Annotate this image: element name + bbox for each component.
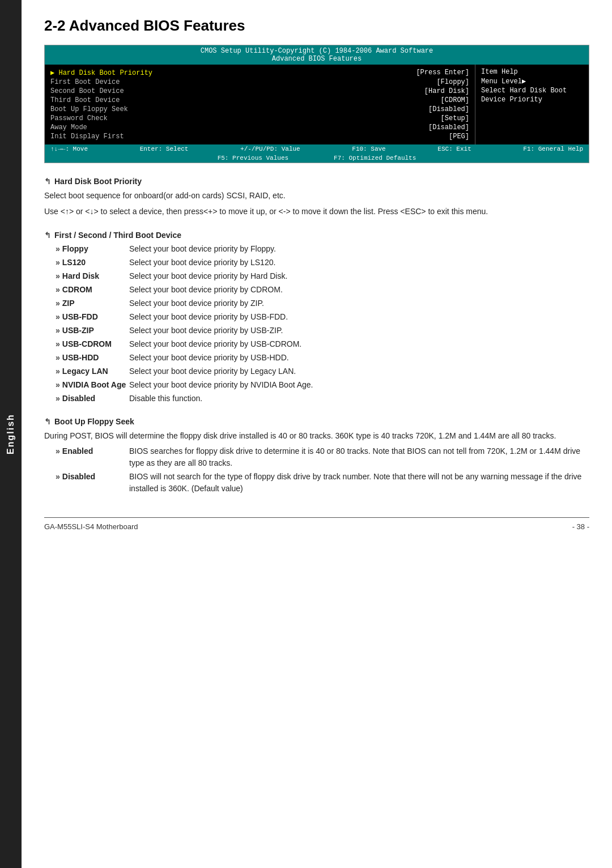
bios-row-value: [Disabled] (428, 105, 469, 113)
bios-row: Away Mode[Disabled] (50, 123, 469, 132)
bios-row-label: Init Display First (50, 133, 124, 141)
item-list: EnabledBIOS searches for floppy disk dri… (56, 445, 589, 495)
list-item: Hard DiskSelect your boot device priorit… (56, 270, 589, 282)
bios-help-line: Item Help (481, 68, 583, 76)
bios-header-line1: CMOS Setup Utility-Copyright (C) 1984-20… (45, 47, 589, 55)
item-list: FloppySelect your boot device priority b… (56, 243, 589, 405)
bios-row-label: First Boot Device (50, 78, 120, 86)
bios-footer-item: Enter: Select (140, 146, 189, 152)
list-item: ZIPSelect your boot device priority by Z… (56, 297, 589, 309)
item-key: USB-CDROM (56, 338, 129, 350)
item-desc: Select your boot device priority by USB-… (129, 325, 589, 337)
bios-row-value: [Disabled] (428, 124, 469, 131)
bios-row: ▶ Hard Disk Boot Priority[Press Enter] (50, 68, 469, 78)
body-paragraph: During POST, BIOS will determine the flo… (44, 429, 589, 442)
bios-body: ▶ Hard Disk Boot Priority[Press Enter] F… (45, 65, 589, 144)
sections-container: Hard Disk Boot PrioritySelect boot seque… (44, 177, 589, 495)
section-heading: Boot Up Floppy Seek (44, 417, 589, 426)
bios-header-line2: Advanced BIOS Features (45, 55, 589, 63)
bios-row: Boot Up Floppy Seek[Disabled] (50, 105, 469, 114)
bios-footer-item: +/-/PU/PD: Value (240, 146, 300, 152)
item-key: Legacy LAN (56, 365, 129, 377)
bios-right-panel: Item HelpMenu Level▶Select Hard Disk Boo… (475, 65, 589, 144)
bios-footer-item: F7: Optimized Defaults (334, 155, 416, 161)
bios-header: CMOS Setup Utility-Copyright (C) 1984-20… (45, 45, 589, 65)
sidebar-label: English (6, 414, 16, 454)
list-item: CDROMSelect your boot device priority by… (56, 284, 589, 296)
bios-row-value: [Press Enter] (416, 69, 469, 77)
list-item: USB-CDROMSelect your boot device priorit… (56, 338, 589, 350)
bios-row-label: Away Mode (50, 124, 87, 131)
item-key: Enabled (56, 445, 129, 469)
item-key: NVIDIA Boot Age (56, 379, 129, 391)
item-key: USB-ZIP (56, 325, 129, 337)
section-heading: Hard Disk Boot Priority (44, 177, 589, 186)
body-paragraph: Use <↑> or <↓> to select a device, then … (44, 205, 589, 218)
item-desc: BIOS will not search for the type of flo… (129, 471, 589, 495)
bios-row-label: Password Check (50, 114, 108, 122)
sidebar: English (0, 0, 22, 868)
bios-footer-item: F10: Save (352, 146, 385, 152)
bios-row: Second Boot Device[Hard Disk] (50, 87, 469, 96)
bios-help-line: Device Priority (481, 96, 583, 104)
list-item: Legacy LANSelect your boot device priori… (56, 365, 589, 377)
list-item: USB-ZIPSelect your boot device priority … (56, 325, 589, 337)
bios-row-label: Boot Up Floppy Seek (50, 105, 128, 113)
list-item: DisabledDisable this function. (56, 393, 589, 405)
list-item: USB-HDDSelect your boot device priority … (56, 352, 589, 364)
main-content: 2-2 Advanced BIOS Features CMOS Setup Ut… (22, 0, 612, 554)
section-heading: First / Second / Third Boot Device (44, 231, 589, 240)
list-item: EnabledBIOS searches for floppy disk dri… (56, 445, 589, 469)
bios-row: First Boot Device[Floppy] (50, 78, 469, 87)
bios-row: Password Check[Setup] (50, 114, 469, 123)
list-item: FloppySelect your boot device priority b… (56, 243, 589, 255)
body-paragraph: Select boot sequence for onboard(or add-… (44, 189, 589, 202)
bios-footer-item: ↑↓→←: Move (50, 146, 88, 152)
bios-box: CMOS Setup Utility-Copyright (C) 1984-20… (44, 45, 589, 163)
bios-row: Third Boot Device[CDROM] (50, 96, 469, 105)
item-key: Hard Disk (56, 270, 129, 282)
item-desc: Select your boot device priority by USB-… (129, 338, 589, 350)
bios-footer-row2: F5: Previous ValuesF7: Optimized Default… (50, 155, 583, 161)
bios-footer-row1: ↑↓→←: MoveEnter: Select+/-/PU/PD: ValueF… (50, 146, 583, 152)
bios-row-value: [PEG] (449, 133, 469, 141)
bios-row-label: Second Boot Device (50, 87, 124, 95)
page-title: 2-2 Advanced BIOS Features (44, 17, 589, 35)
bios-row-value: [Setup] (441, 114, 469, 122)
bios-footer-item: F5: Previous Values (218, 155, 288, 161)
item-desc: BIOS searches for floppy disk drive to d… (129, 445, 589, 469)
footer-left: GA-M55SLI-S4 Motherboard (44, 522, 138, 531)
section-first-second-third-boot-device: First / Second / Third Boot DeviceFloppy… (44, 231, 589, 405)
section-hard-disk-boot-priority: Hard Disk Boot PrioritySelect boot seque… (44, 177, 589, 218)
bios-row-label: ▶ Hard Disk Boot Priority (50, 69, 152, 77)
bios-footer-item: F1: General Help (523, 146, 583, 152)
bios-footer: ↑↓→←: MoveEnter: Select+/-/PU/PD: ValueF… (45, 144, 589, 163)
item-key: USB-FDD (56, 311, 129, 323)
section-boot-up-floppy-seek: Boot Up Floppy SeekDuring POST, BIOS wil… (44, 417, 589, 495)
item-key: LS120 (56, 257, 129, 269)
bios-row-value: [Hard Disk] (424, 87, 469, 95)
item-desc: Disable this function. (129, 393, 589, 405)
item-desc: Select your boot device priority by Lega… (129, 365, 589, 377)
item-key: Disabled (56, 393, 129, 405)
bios-help-line: Menu Level▶ (481, 77, 583, 86)
item-desc: Select your boot device priority by NVID… (129, 379, 589, 391)
item-key: Disabled (56, 471, 129, 495)
item-desc: Select your boot device priority by USB-… (129, 311, 589, 323)
item-key: CDROM (56, 284, 129, 296)
bios-row-value: [Floppy] (436, 78, 469, 86)
item-desc: Select your boot device priority by CDRO… (129, 284, 589, 296)
item-desc: Select your boot device priority by LS12… (129, 257, 589, 269)
list-item: LS120Select your boot device priority by… (56, 257, 589, 269)
bios-left-panel: ▶ Hard Disk Boot Priority[Press Enter] F… (45, 65, 475, 144)
item-desc: Select your boot device priority by Flop… (129, 243, 589, 255)
item-desc: Select your boot device priority by Hard… (129, 270, 589, 282)
item-key: Floppy (56, 243, 129, 255)
bios-row-value: [CDROM] (441, 96, 469, 104)
bios-footer-item: ESC: Exit (437, 146, 471, 152)
list-item: USB-FDDSelect your boot device priority … (56, 311, 589, 323)
item-key: USB-HDD (56, 352, 129, 364)
page-footer: GA-M55SLI-S4 Motherboard - 38 - (44, 517, 589, 531)
bios-row: Init Display First[PEG] (50, 132, 469, 141)
list-item: NVIDIA Boot AgeSelect your boot device p… (56, 379, 589, 391)
